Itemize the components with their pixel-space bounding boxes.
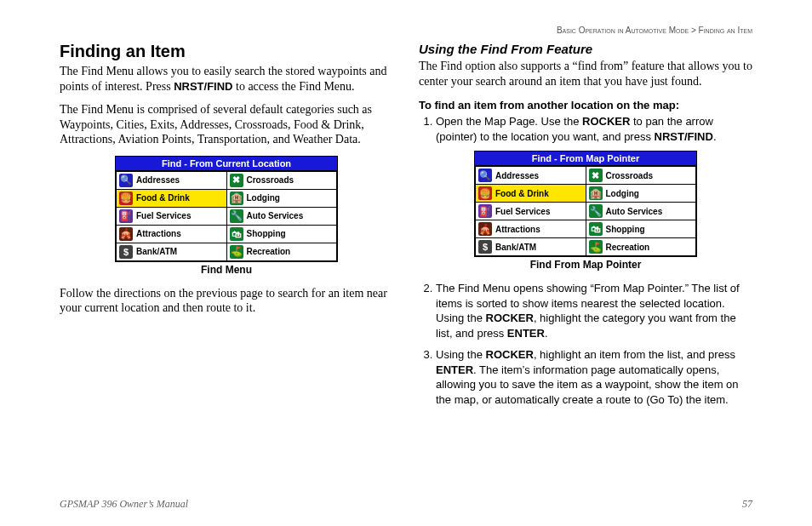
cell-attractions: 🎪Attractions <box>476 220 586 237</box>
label: Bank/ATM <box>495 243 536 252</box>
label: Lodging <box>606 189 639 198</box>
right-column: Using the Find From Feature The Find opt… <box>419 42 752 414</box>
right-para-1: The Find option also supports a “find fr… <box>419 59 752 89</box>
cell-auto: 🔧Auto Services <box>227 208 337 225</box>
cell-fuel: ⛽Fuel Services <box>117 208 226 225</box>
key-rocker: ROCKER <box>582 115 630 128</box>
label: Auto Services <box>606 207 663 216</box>
cell-shopping: 🛍Shopping <box>586 220 696 237</box>
recreation-icon: ⛳ <box>230 245 243 259</box>
text: Open the Map Page. Use the <box>436 115 582 128</box>
crossroads-icon: ✖ <box>230 174 243 187</box>
find-menu-screenshot: Find - From Current Location 🔍Addresses … <box>115 156 338 262</box>
label: Addresses <box>136 175 180 185</box>
label: Crossroads <box>247 175 294 185</box>
attractions-icon: 🎪 <box>478 222 492 236</box>
left-column: Finding an Item The Find Menu allows you… <box>60 42 393 414</box>
page-footer: GPSMAP 396 Owner’s Manual 57 <box>60 498 752 511</box>
left-para-3: Follow the directions on the previous pa… <box>60 286 393 316</box>
text: . <box>545 327 548 340</box>
text: . The item’s information page automatica… <box>436 363 739 406</box>
shopping-icon: 🛍 <box>230 227 243 241</box>
left-para-2: The Find Menu is comprised of several de… <box>60 102 393 147</box>
key-enter: ENTER <box>436 363 473 376</box>
caption-find-from-pointer: Find From Map Pointer <box>419 259 752 271</box>
key-enter: ENTER <box>507 327 545 340</box>
key-nrst-find: NRST/FIND <box>174 80 232 93</box>
lodging-icon: 🏨 <box>230 192 243 205</box>
label: Shopping <box>247 229 286 238</box>
device-titlebar: Find - From Current Location <box>116 157 337 171</box>
attractions-icon: 🎪 <box>119 227 133 241</box>
auto-icon: 🔧 <box>589 204 603 218</box>
text: . <box>713 130 717 143</box>
cell-crossroads: ✖Crossroads <box>227 172 337 189</box>
cell-lodging: 🏨Lodging <box>586 185 696 202</box>
page-number: 57 <box>742 498 752 511</box>
breadcrumb-section: Basic Operation in Automotive Mode <box>557 26 689 35</box>
breadcrumb: Basic Operation in Automotive Mode > Fin… <box>60 26 752 35</box>
addresses-icon: 🔍 <box>478 169 492 182</box>
shopping-icon: 🛍 <box>589 222 603 236</box>
label: Crossroads <box>606 171 654 180</box>
label: Fuel Services <box>495 207 550 216</box>
cell-auto: 🔧Auto Services <box>586 203 696 220</box>
addresses-icon: 🔍 <box>119 174 133 187</box>
breadcrumb-sep: > <box>691 26 696 35</box>
key-nrst-find: NRST/FIND <box>655 130 713 143</box>
food-icon: 🍔 <box>478 186 492 200</box>
key-rocker: ROCKER <box>486 312 534 324</box>
label: Attractions <box>495 225 540 234</box>
cell-shopping: 🛍Shopping <box>227 226 337 243</box>
auto-icon: 🔧 <box>230 209 243 223</box>
crossroads-icon: ✖ <box>589 169 603 182</box>
heading-find-from: Using the Find From Feature <box>419 42 752 56</box>
cell-addresses: 🔍Addresses <box>476 167 586 184</box>
cell-lodging: 🏨Lodging <box>227 190 337 207</box>
key-rocker: ROCKER <box>486 348 534 361</box>
cell-crossroads: ✖Crossroads <box>586 167 696 184</box>
label: Recreation <box>606 243 650 252</box>
text: Using the <box>436 348 486 361</box>
cell-recreation: ⛳Recreation <box>586 238 696 255</box>
cell-addresses: 🔍Addresses <box>117 172 226 189</box>
caption-find-menu: Find Menu <box>60 264 393 276</box>
label: Attractions <box>136 229 181 238</box>
cell-recreation: ⛳Recreation <box>227 243 337 260</box>
device-titlebar: Find - From Map Pointer <box>475 152 696 166</box>
label: Addresses <box>495 171 539 180</box>
label: Auto Services <box>247 211 304 220</box>
food-icon: 🍔 <box>119 192 133 205</box>
left-para-1: The Find Menu allows you to easily searc… <box>60 64 393 94</box>
label: Lodging <box>247 193 280 203</box>
lodging-icon: 🏨 <box>589 186 603 200</box>
cell-bank: $Bank/ATM <box>476 238 586 255</box>
label: Fuel Services <box>136 211 191 220</box>
text: , highlight an item from the list, and p… <box>534 348 735 361</box>
bank-icon: $ <box>478 240 492 254</box>
step-1: Open the Map Page. Use the ROCKER to pan… <box>436 114 752 144</box>
bank-icon: $ <box>119 245 133 259</box>
fuel-icon: ⛽ <box>119 209 133 223</box>
subheading-to-find: To find an item from another location on… <box>419 99 752 111</box>
text: to access the Find Menu. <box>233 80 355 93</box>
fuel-icon: ⛽ <box>478 204 492 218</box>
cell-attractions: 🎪Attractions <box>117 226 226 243</box>
label: Bank/ATM <box>136 247 177 256</box>
step-3: Using the ROCKER, highlight an item from… <box>436 347 752 407</box>
step-2: The Find Menu opens showing “From Map Po… <box>436 281 752 340</box>
label: Recreation <box>247 247 291 256</box>
label: Food & Drink <box>136 193 190 203</box>
cell-food-drink: 🍔Food & Drink <box>476 185 586 202</box>
heading-finding-an-item: Finding an Item <box>60 42 393 61</box>
cell-food-drink: 🍔Food & Drink <box>117 190 226 207</box>
find-from-pointer-screenshot: Find - From Map Pointer 🔍Addresses ✖Cros… <box>474 151 697 257</box>
breadcrumb-page: Finding an Item <box>699 26 752 35</box>
label: Shopping <box>606 225 645 234</box>
manual-title: GPSMAP 396 Owner’s Manual <box>60 498 188 511</box>
label: Food & Drink <box>495 189 549 198</box>
recreation-icon: ⛳ <box>589 240 603 254</box>
cell-bank: $Bank/ATM <box>117 243 226 260</box>
cell-fuel: ⛽Fuel Services <box>476 203 586 220</box>
